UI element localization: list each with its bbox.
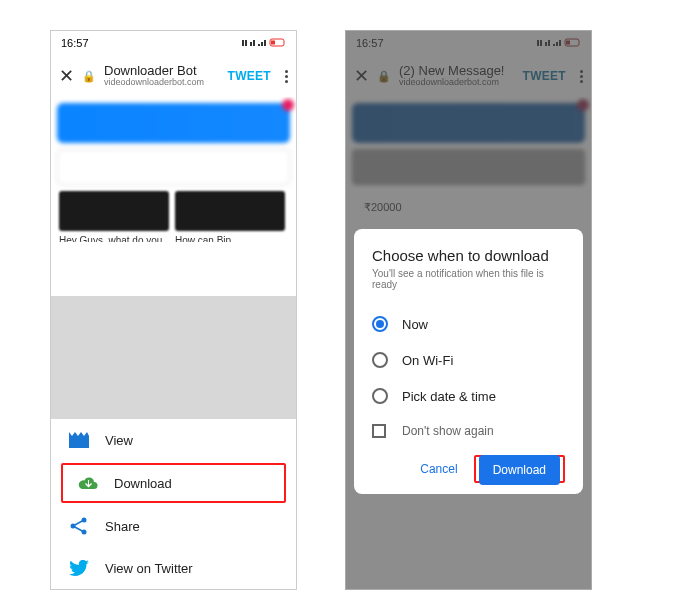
svg-rect-1 (245, 40, 247, 46)
tweet-button[interactable]: TWEET (228, 69, 272, 83)
checkbox-label: Don't show again (402, 424, 494, 438)
svg-rect-5 (261, 42, 263, 46)
svg-rect-3 (253, 40, 255, 46)
blurred-content: Hey Guys, what do you think about the ne… (51, 97, 296, 242)
radio-icon (372, 388, 388, 404)
radio-label: On Wi-Fi (402, 353, 453, 368)
sheet-label: Share (105, 519, 140, 534)
browser-header: ✕ 🔒 Downloader Bot videodownloaderbot.co… (51, 55, 296, 97)
sheet-view[interactable]: View (51, 419, 296, 461)
thumbnail-caption: How can Bjp compromise the... (175, 235, 285, 242)
radio-option-now[interactable]: Now (372, 306, 565, 342)
sheet-view-twitter[interactable]: View on Twitter (51, 547, 296, 589)
page-body (51, 296, 296, 429)
thumbnail-caption: Hey Guys, what do you think about the ne… (59, 235, 169, 242)
radio-option-pick[interactable]: Pick date & time (372, 378, 565, 414)
sheet-label: View on Twitter (105, 561, 193, 576)
sheet-label: Download (114, 476, 172, 491)
page-title: Downloader Bot (104, 64, 220, 78)
svg-rect-6 (264, 40, 266, 46)
radio-label: Pick date & time (402, 389, 496, 404)
share-icon (69, 516, 89, 536)
checkbox-icon (372, 424, 386, 438)
svg-rect-2 (250, 42, 252, 46)
svg-rect-8 (271, 41, 275, 45)
cloud-download-icon (78, 473, 98, 493)
dialog-title: Choose when to download (372, 247, 565, 264)
radio-label: Now (402, 317, 428, 332)
left-phone: 16:57 ✕ 🔒 Downloader Bot videodownloader… (50, 30, 297, 590)
close-icon[interactable]: ✕ (59, 65, 74, 87)
thumbnail[interactable] (59, 191, 169, 231)
status-bar: 16:57 (51, 31, 296, 55)
radio-icon (372, 352, 388, 368)
download-dialog: Choose when to download You'll see a not… (354, 229, 583, 494)
dialog-subtitle: You'll see a notification when this file… (372, 268, 565, 290)
sheet-label: View (105, 433, 133, 448)
radio-icon (372, 316, 388, 332)
action-sheet: View Download Share View on Twitter (51, 419, 296, 589)
dialog-actions: Cancel Download (372, 454, 565, 484)
download-button[interactable]: Download (479, 455, 560, 485)
sheet-share[interactable]: Share (51, 505, 296, 547)
page-url: videodownloaderbot.com (104, 78, 220, 88)
highlight-box: Download (474, 455, 565, 483)
svg-rect-0 (242, 40, 244, 46)
radio-option-wifi[interactable]: On Wi-Fi (372, 342, 565, 378)
thumbnail[interactable] (175, 191, 285, 231)
more-icon[interactable] (285, 70, 288, 83)
right-phone: 16:57 ✕ 🔒 (2) New Message! videodownload… (345, 30, 592, 590)
lock-icon: 🔒 (82, 70, 96, 83)
clapper-icon (69, 430, 89, 450)
status-time: 16:57 (61, 37, 89, 49)
status-icons (242, 38, 286, 48)
twitter-icon (69, 558, 89, 578)
svg-rect-4 (258, 44, 260, 46)
dont-show-checkbox[interactable]: Don't show again (372, 414, 565, 454)
sheet-download[interactable]: Download (61, 463, 286, 503)
cancel-button[interactable]: Cancel (416, 454, 461, 484)
